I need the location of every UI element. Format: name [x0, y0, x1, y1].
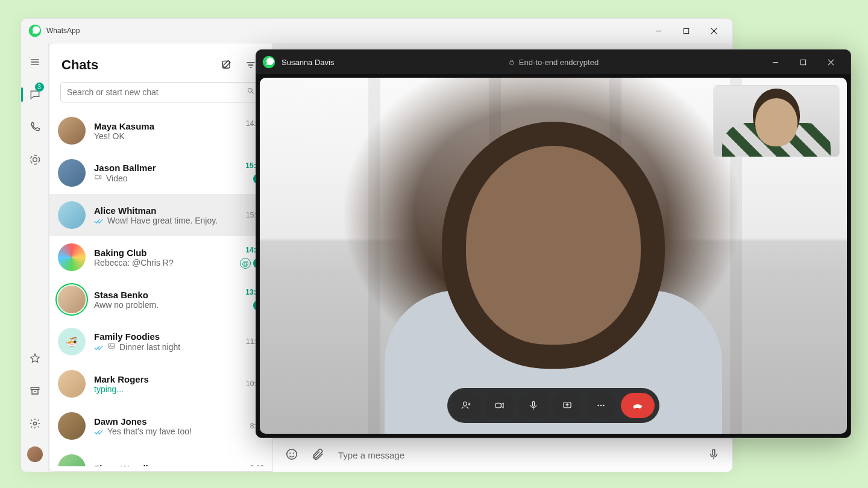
svg-point-9	[30, 155, 39, 164]
svg-rect-2	[684, 28, 688, 33]
whatsapp-logo-icon	[28, 24, 42, 37]
call-titlebar: Susanna Davis End-to-end endcrypted	[256, 50, 851, 74]
video-icon	[94, 173, 102, 183]
add-participant-button[interactable]	[452, 393, 480, 418]
svg-rect-10	[31, 387, 39, 389]
svg-line-18	[252, 92, 254, 94]
chat-preview: Dinner last night	[119, 342, 180, 352]
attach-button[interactable]	[312, 448, 325, 463]
search-input-wrap[interactable]	[60, 82, 262, 102]
svg-point-17	[248, 88, 252, 92]
svg-rect-35	[495, 403, 501, 408]
chats-unread-badge: 3	[35, 83, 44, 92]
chat-name: Family Foodies	[94, 331, 237, 342]
search-input[interactable]	[67, 87, 247, 97]
chat-item[interactable]: Dawn Jones Yes that's my fave too! 8:33	[49, 405, 272, 447]
chat-name: Baking Club	[94, 248, 231, 258]
message-composer	[273, 438, 732, 472]
chat-item[interactable]: Jason Ballmer Video 15:22 3	[49, 152, 272, 194]
more-options-button[interactable]	[587, 393, 615, 418]
avatar	[58, 454, 86, 466]
svg-point-23	[289, 452, 291, 454]
chat-list[interactable]: Maya Kasuma Yes! OK 14:55 Jason Ballmer	[49, 110, 272, 466]
avatar	[58, 159, 86, 187]
avatar	[58, 412, 86, 440]
avatar	[58, 201, 86, 229]
avatar	[58, 117, 86, 145]
toggle-mic-button[interactable]	[520, 393, 547, 418]
chat-item[interactable]: Baking Club Rebecca: @Chris R? 14:44 @ 1	[49, 236, 272, 278]
call-maximize-button[interactable]	[789, 50, 817, 74]
svg-rect-29	[800, 60, 805, 64]
chat-preview: Rebecca: @Chris R?	[94, 258, 231, 267]
app-title: WhatsApp	[46, 27, 80, 35]
toggle-camera-button[interactable]	[486, 393, 514, 418]
svg-point-32	[464, 402, 467, 405]
emoji-button[interactable]	[285, 448, 298, 463]
rail-menu-button[interactable]	[21, 52, 49, 72]
chat-item[interactable]: Stasa Benko Aww no problem. 13:58 2	[49, 278, 272, 321]
search-icon	[247, 87, 255, 98]
chat-item[interactable]: 🍜 Family Foodies Dinner last night 11:23	[49, 321, 272, 363]
chat-time: 8:12	[250, 464, 264, 466]
chat-item[interactable]: Ziggy Woodley 8:12	[49, 447, 272, 466]
rail-chats-button[interactable]: 3	[21, 85, 49, 104]
maximize-button[interactable]	[672, 19, 700, 43]
svg-rect-25	[712, 449, 715, 455]
call-window: Susanna Davis End-to-end endcrypted	[256, 49, 851, 438]
chat-preview: Aww no problem.	[94, 300, 237, 310]
message-input[interactable]	[338, 450, 694, 460]
avatar	[58, 370, 86, 398]
call-peer-name: Susanna Davis	[281, 58, 334, 67]
sidebar-title: Chats	[61, 57, 212, 73]
chat-name: Stasa Benko	[94, 290, 237, 300]
chat-sidebar: Chats Maya Kas	[49, 43, 273, 472]
titlebar: WhatsApp	[21, 19, 732, 43]
svg-point-22	[287, 449, 297, 459]
chat-preview: Yes that's my fave too!	[107, 427, 192, 436]
chat-item[interactable]: Alice Whitman Wow! Have great time. Enjo…	[49, 194, 272, 236]
call-close-button[interactable]	[817, 50, 844, 74]
share-screen-button[interactable]	[553, 393, 581, 418]
chat-name: Ziggy Woodley	[94, 463, 242, 467]
chat-name: Dawn Jones	[94, 416, 242, 427]
rail-archive-button[interactable]	[21, 381, 49, 401]
close-button[interactable]	[700, 19, 728, 43]
image-icon	[107, 342, 116, 352]
read-ticks-icon	[94, 343, 104, 351]
svg-point-39	[600, 405, 602, 406]
window-controls	[644, 19, 728, 43]
new-chat-button[interactable]	[217, 55, 236, 75]
rail-starred-button[interactable]	[21, 349, 49, 368]
voice-message-button[interactable]	[707, 448, 720, 463]
call-minimize-button[interactable]	[761, 50, 789, 74]
avatar	[58, 286, 86, 313]
svg-rect-36	[533, 401, 535, 406]
svg-point-40	[603, 405, 604, 406]
svg-point-24	[293, 452, 294, 454]
chat-preview: Yes! OK	[94, 131, 237, 141]
remote-video	[385, 122, 722, 434]
chat-preview: Video	[106, 174, 128, 183]
chat-item[interactable]: Maya Kasuma Yes! OK 14:55	[49, 110, 272, 152]
call-encryption-label: End-to-end endcrypted	[508, 58, 599, 67]
call-controls	[447, 388, 659, 423]
avatar	[58, 243, 86, 271]
end-call-button[interactable]	[621, 393, 655, 418]
chat-name: Maya Kasuma	[94, 121, 237, 131]
svg-rect-19	[95, 175, 99, 179]
rail-calls-button[interactable]	[21, 117, 49, 137]
chat-preview: Wow! Have great time. Enjoy.	[107, 216, 218, 225]
minimize-button[interactable]	[644, 19, 672, 43]
svg-rect-27	[510, 62, 514, 65]
svg-point-8	[33, 158, 37, 162]
self-video-pip[interactable]	[713, 85, 840, 157]
rail-settings-button[interactable]	[21, 414, 49, 433]
rail-profile-avatar[interactable]	[27, 446, 43, 462]
chat-item[interactable]: Mark Rogers typing... 10:55	[49, 363, 272, 405]
svg-point-12	[33, 422, 36, 425]
chat-name: Jason Ballmer	[94, 163, 237, 173]
call-video-stage	[260, 78, 847, 434]
rail-status-button[interactable]	[21, 150, 49, 169]
read-ticks-icon	[94, 217, 104, 224]
